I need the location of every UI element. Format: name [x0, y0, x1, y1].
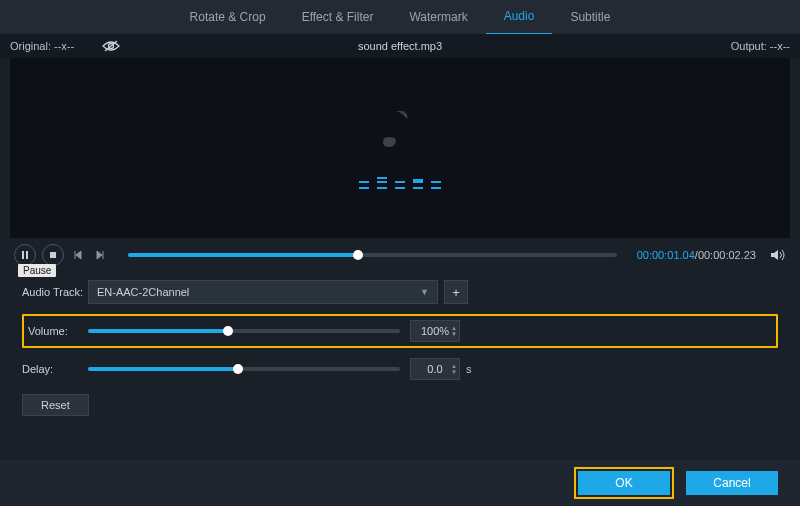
svg-rect-4	[50, 252, 56, 258]
preview-area	[10, 58, 790, 238]
total-time: 00:00:02.23	[698, 249, 756, 261]
volume-label: Volume:	[28, 325, 88, 337]
pause-tooltip: Pause	[18, 264, 56, 277]
output-size-label: Output: --x--	[731, 40, 790, 52]
tab-bar: Rotate & Crop Effect & Filter Watermark …	[0, 0, 800, 34]
tab-subtitle[interactable]: Subtitle	[552, 0, 628, 34]
volume-value-box[interactable]: 100% ▲▼	[410, 320, 460, 342]
file-title: sound effect.mp3	[358, 40, 442, 52]
tab-rotate-crop[interactable]: Rotate & Crop	[172, 0, 284, 34]
audiotrack-label: Audio Track:	[22, 286, 88, 298]
speaker-icon[interactable]	[770, 248, 786, 262]
delay-value-box[interactable]: 0.0 ▲▼	[410, 358, 460, 380]
prev-button[interactable]	[70, 245, 86, 265]
playback-time: 00:00:01.04/00:00:02.23	[637, 249, 756, 261]
delay-slider-fill	[88, 367, 238, 371]
pause-button[interactable]	[14, 244, 36, 266]
audiotrack-value: EN-AAC-2Channel	[97, 286, 189, 298]
delay-slider-thumb[interactable]	[233, 364, 243, 374]
dropdown-arrow-icon: ▼	[420, 287, 429, 297]
ok-button[interactable]: OK	[578, 471, 670, 495]
reset-button[interactable]: Reset	[22, 394, 89, 416]
next-button[interactable]	[92, 245, 108, 265]
audio-settings: Audio Track: EN-AAC-2Channel ▼ + Volume:…	[0, 266, 800, 416]
volume-slider-thumb[interactable]	[223, 326, 233, 336]
add-audiotrack-button[interactable]: +	[444, 280, 468, 304]
volume-slider-fill	[88, 329, 228, 333]
volume-slider[interactable]	[88, 329, 400, 333]
original-size-label: Original: --x--	[10, 40, 74, 52]
stop-button[interactable]	[42, 244, 64, 266]
music-note-icon	[383, 107, 417, 151]
info-bar: Original: --x-- sound effect.mp3 Output:…	[0, 34, 800, 58]
tab-effect-filter[interactable]: Effect & Filter	[284, 0, 392, 34]
footer: OK Cancel	[0, 460, 800, 506]
timeline-fill	[128, 253, 358, 257]
current-time: 00:00:01.04	[637, 249, 695, 261]
volume-value: 100%	[421, 325, 449, 337]
delay-label: Delay:	[22, 363, 88, 375]
timeline-thumb[interactable]	[353, 250, 363, 260]
delay-spinner[interactable]: ▲▼	[451, 363, 457, 375]
delay-slider[interactable]	[88, 367, 400, 371]
playback-controls: 00:00:01.04/00:00:02.23 Pause	[0, 238, 800, 266]
tab-watermark[interactable]: Watermark	[391, 0, 485, 34]
svg-rect-2	[22, 251, 24, 259]
playback-timeline[interactable]	[128, 253, 617, 257]
volume-row-highlight: Volume: 100% ▲▼	[22, 314, 778, 348]
equalizer-icon	[359, 169, 441, 189]
volume-spinner[interactable]: ▲▼	[451, 325, 457, 337]
visibility-toggle-icon[interactable]	[102, 39, 120, 53]
audiotrack-select[interactable]: EN-AAC-2Channel ▼	[88, 280, 438, 304]
tab-audio[interactable]: Audio	[486, 0, 553, 35]
cancel-button[interactable]: Cancel	[686, 471, 778, 495]
ok-button-highlight: OK	[574, 467, 674, 499]
delay-value: 0.0	[427, 363, 442, 375]
delay-unit: s	[466, 363, 472, 375]
svg-rect-3	[26, 251, 28, 259]
